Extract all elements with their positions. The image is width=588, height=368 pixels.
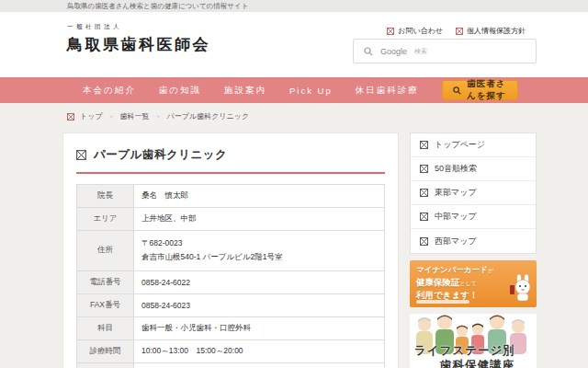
nav-item-facilities[interactable]: 施設案内	[224, 85, 266, 97]
broken-image-icon	[420, 165, 428, 173]
banner-text-line: ライフステージ別	[414, 343, 515, 359]
row-value-hours: 10:00～13:00 15:00～20:00	[134, 339, 385, 362]
row-value-director: 桑名 慎太郎	[134, 185, 385, 208]
breadcrumb-separator: ＞	[108, 112, 115, 121]
sidebar-item-west-map[interactable]: 西部マップ	[411, 229, 536, 253]
find-dentist-button[interactable]: 歯医者さんを探す	[442, 80, 518, 100]
sidebar: トップページ 50音順検索 東部マップ	[410, 132, 537, 368]
table-row: FAX番号 0858-24-6023	[77, 293, 385, 316]
table-row: 住所 〒682-0023 倉吉市山根540-1 パープルビル2階1号室	[77, 231, 385, 271]
contact-link[interactable]: お問い合わせ	[387, 26, 443, 36]
table-row: 電話番号 0858-24-6022	[77, 270, 385, 293]
broken-image-icon	[420, 237, 428, 246]
table-row: 休診日 日・木・祝祭日	[77, 362, 385, 368]
row-value-fax: 0858-24-6023	[134, 293, 385, 316]
table-row: エリア 上井地区、中部	[77, 208, 385, 231]
google-search-input[interactable]: Google 検索	[353, 39, 537, 63]
site-logo[interactable]: 一般社団法人 鳥取県歯科医師会	[67, 23, 210, 55]
broken-image-icon	[76, 150, 86, 160]
sidebar-item-label: 西部マップ	[435, 236, 477, 247]
broken-image-icon	[420, 213, 428, 221]
breadcrumb-separator: ＞	[155, 112, 162, 121]
row-label-closed-days: 休診日	[77, 362, 134, 368]
breadcrumb-current-page: パープル歯科クリニック	[167, 111, 250, 121]
rabbit-mascot-illustration	[509, 274, 533, 305]
google-brand-watermark: Google	[380, 47, 407, 56]
banner-text-line: 歯科保健講座	[440, 358, 514, 368]
nav-item-tooth-knowledge[interactable]: 歯の知識	[159, 85, 201, 97]
clinic-title-row: パープル歯科クリニック	[76, 144, 385, 174]
nav-item-about[interactable]: 本会の紹介	[83, 85, 136, 97]
row-value-address: 〒682-0023 倉吉市山根540-1 パープルビル2階1号室	[134, 231, 385, 271]
main-nav: 本会の紹介 歯の知識 施設案内 Pick Up 休日歯科診療 歯医者さんを探す	[0, 77, 588, 103]
row-value-area: 上井地区、中部	[134, 208, 385, 231]
sidebar-menu: トップページ 50音順検索 東部マップ	[410, 132, 537, 254]
nav-item-pickup[interactable]: Pick Up	[289, 86, 333, 96]
sidebar-item-label: 中部マップ	[435, 211, 477, 223]
table-row: 科目 歯科一般・小児歯科・口腔外科	[77, 316, 385, 339]
row-label-phone: 電話番号	[77, 270, 134, 293]
clinic-detail-card: パープル歯科クリニック 院長 桑名 慎太郎 エリア 上井地区、中部 住所	[62, 132, 399, 368]
sidebar-item-east-map[interactable]: 東部マップ	[411, 181, 536, 205]
contact-link-label: お問い合わせ	[398, 26, 443, 36]
search-icon	[364, 47, 373, 56]
banner-fine-print	[416, 300, 469, 304]
broken-image-icon	[387, 28, 394, 35]
row-label-fax: FAX番号	[77, 293, 134, 316]
mynumber-card-banner[interactable]: マイナンバーカードが 健康保険証として 利用できます！	[410, 260, 537, 307]
nav-item-holiday-care[interactable]: 休日歯科診療	[356, 85, 419, 97]
clinic-info-table: 院長 桑名 慎太郎 エリア 上井地区、中部 住所 〒682-0023 倉吉市山根…	[76, 184, 385, 368]
row-value-phone: 0858-24-6022	[134, 270, 385, 293]
row-label-director: 院長	[77, 185, 134, 208]
table-row: 院長 桑名 慎太郎	[77, 185, 385, 208]
search-icon	[453, 86, 461, 95]
site-tagline-bar: 鳥取県の歯医者さん検索と歯の健康についての情報サイト	[0, 0, 588, 12]
sidebar-item-top-page[interactable]: トップページ	[411, 133, 536, 157]
row-label-departments: 科目	[77, 316, 134, 339]
postal-code: 〒682-0023	[141, 236, 377, 250]
site-header: 一般社団法人 鳥取県歯科医師会 お問い合わせ 個人情報保護方針 Google	[0, 12, 588, 77]
sidebar-item-central-map[interactable]: 中部マップ	[411, 205, 536, 229]
row-label-hours: 診療時間	[77, 339, 134, 362]
header-utility-links: お問い合わせ 個人情報保護方針	[387, 26, 526, 36]
sidebar-item-label: 50音順検索	[435, 163, 477, 175]
breadcrumb: トップ ＞ 歯科一覧 ＞ パープル歯科クリニック	[62, 111, 537, 121]
sidebar-item-syllabary-search[interactable]: 50音順検索	[411, 157, 536, 181]
content-area: パープル歯科クリニック 院長 桑名 慎太郎 エリア 上井地区、中部 住所	[62, 132, 537, 368]
row-label-area: エリア	[77, 208, 134, 231]
broken-image-icon	[420, 189, 428, 197]
sidebar-item-label: トップページ	[435, 139, 485, 151]
lifestage-course-banner[interactable]: ライフステージ別 歯科保健講座	[410, 314, 537, 368]
row-value-departments: 歯科一般・小児歯科・口腔外科	[134, 316, 385, 339]
find-dentist-button-label: 歯医者さんを探す	[466, 78, 507, 102]
search-placeholder: 検索	[414, 47, 427, 56]
broken-image-icon	[420, 141, 428, 149]
sidebar-item-label: 東部マップ	[435, 187, 477, 199]
site-title: 鳥取県歯科医師会	[67, 34, 210, 55]
privacy-policy-link[interactable]: 個人情報保護方針	[456, 26, 526, 36]
street-address: 倉吉市山根540-1 パープルビル2階1号室	[141, 250, 377, 264]
row-label-address: 住所	[77, 231, 134, 271]
site-tagline: 鳥取県の歯医者さん検索と歯の健康についての情報サイト	[67, 2, 248, 10]
broken-image-icon	[67, 113, 74, 121]
privacy-policy-link-label: 個人情報保護方針	[467, 26, 526, 36]
broken-image-icon	[456, 28, 463, 35]
breadcrumb-home[interactable]: トップ	[80, 111, 103, 121]
row-value-closed-days: 日・木・祝祭日	[134, 362, 385, 368]
breadcrumb-clinic-list[interactable]: 歯科一覧	[120, 111, 150, 121]
org-type-label: 一般社団法人	[67, 23, 210, 31]
clinic-name-heading: パープル歯科クリニック	[94, 147, 227, 163]
table-row: 診療時間 10:00～13:00 15:00～20:00	[77, 339, 385, 362]
